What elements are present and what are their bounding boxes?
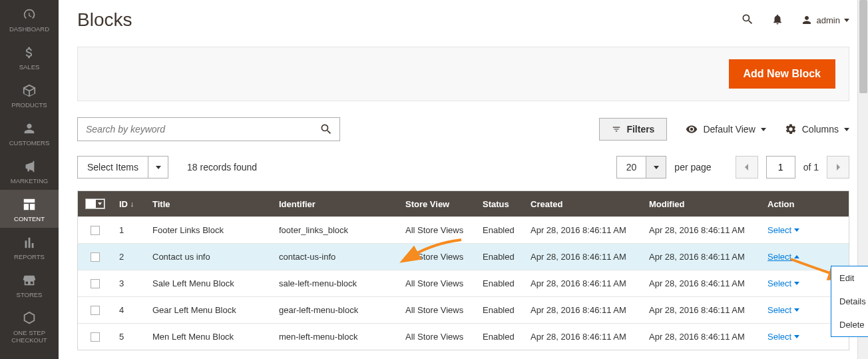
page-number-input[interactable] bbox=[766, 156, 795, 179]
cell-store: All Store Views bbox=[399, 332, 476, 342]
cell-id: 1 bbox=[112, 225, 146, 235]
cell-identifier: gear-left-menu-block bbox=[272, 305, 399, 315]
sidebar-item-marketing[interactable]: MARKETING bbox=[0, 152, 59, 190]
select-items-dropdown[interactable]: Select Items bbox=[77, 156, 168, 179]
sidebar-item-products[interactable]: PRODUCTS bbox=[0, 76, 59, 114]
row-checkbox[interactable] bbox=[78, 306, 112, 315]
row-action-select[interactable]: Select bbox=[761, 278, 827, 288]
chevron-icon bbox=[794, 255, 799, 258]
cell-created: Apr 28, 2016 8:46:11 AM bbox=[524, 252, 642, 262]
column-header-status[interactable]: Status bbox=[476, 199, 524, 209]
chevron-down-icon bbox=[646, 157, 666, 178]
search-input[interactable] bbox=[78, 124, 313, 135]
search-button[interactable] bbox=[313, 118, 339, 141]
chevron-down-icon bbox=[761, 128, 766, 131]
cell-identifier: men-left-menu-block bbox=[272, 332, 399, 342]
per-page-select[interactable]: 20 bbox=[616, 156, 667, 179]
table-row[interactable]: 2Contact us infocontact-us-infoAll Store… bbox=[78, 243, 849, 270]
cell-created: Apr 28, 2016 8:46:11 AM bbox=[524, 225, 642, 235]
sidebar-item-customers[interactable]: CUSTOMERS bbox=[0, 114, 59, 152]
select-all-checkbox[interactable] bbox=[78, 198, 112, 209]
sidebar-item-label: REPORTS bbox=[14, 253, 45, 260]
gear-icon bbox=[785, 123, 797, 135]
columns-control[interactable]: Columns bbox=[785, 123, 849, 135]
table-row[interactable]: 4Gear Left Menu Blockgear-left-menu-bloc… bbox=[78, 296, 849, 323]
chevron-down-icon bbox=[844, 19, 849, 22]
row-action-select[interactable]: Select bbox=[761, 305, 827, 315]
cell-store: All Store Views bbox=[399, 252, 476, 262]
action-menu-item-details[interactable]: Details bbox=[831, 290, 868, 313]
cell-status: Enabled bbox=[476, 278, 524, 288]
cell-created: Apr 28, 2016 8:46:11 AM bbox=[524, 278, 642, 288]
page-title: Blocks bbox=[77, 9, 132, 31]
hex-icon bbox=[22, 310, 37, 326]
chevron-icon bbox=[794, 335, 799, 338]
filters-button[interactable]: Filters bbox=[599, 118, 667, 141]
row-action-select[interactable]: Select bbox=[761, 225, 827, 235]
grid-header-row: ID ↓ Title Identifier Store View Status … bbox=[78, 191, 849, 216]
cell-id: 3 bbox=[112, 278, 146, 288]
admin-account-dropdown[interactable]: admin bbox=[801, 14, 849, 26]
search-box bbox=[77, 117, 340, 141]
sidebar-item-stores[interactable]: STORES bbox=[0, 266, 59, 304]
add-new-block-button[interactable]: Add New Block bbox=[729, 59, 835, 89]
cell-identifier: footer_links_block bbox=[272, 225, 399, 235]
row-checkbox[interactable] bbox=[78, 252, 112, 262]
sidebar-item-one-step-checkout[interactable]: ONE STEP CHECKOUT bbox=[0, 304, 59, 349]
row-checkbox[interactable] bbox=[78, 332, 112, 342]
box-icon bbox=[22, 83, 37, 99]
cell-store: All Store Views bbox=[399, 225, 476, 235]
row-checkbox[interactable] bbox=[78, 279, 112, 288]
sidebar: DASHBOARDSALESPRODUCTSCUSTOMERSMARKETING… bbox=[0, 0, 59, 359]
table-row[interactable]: 5Men Left Menu Blockmen-left-menu-blockA… bbox=[78, 323, 849, 350]
table-row[interactable]: 3Sale Left Menu Blocksale-left-menu-bloc… bbox=[78, 270, 849, 296]
columns-label: Columns bbox=[802, 124, 839, 135]
chevron-icon bbox=[794, 308, 799, 312]
eye-icon bbox=[686, 123, 698, 135]
cell-store: All Store Views bbox=[399, 305, 476, 315]
next-page-button[interactable] bbox=[827, 156, 849, 179]
gauge-icon bbox=[22, 7, 37, 23]
per-page-label: per page bbox=[674, 162, 711, 173]
column-header-created[interactable]: Created bbox=[524, 199, 642, 209]
column-header-id[interactable]: ID ↓ bbox=[112, 199, 146, 209]
row-checkbox[interactable] bbox=[78, 226, 112, 235]
scrollbar-thumb[interactable] bbox=[859, 0, 867, 93]
cell-created: Apr 28, 2016 8:46:11 AM bbox=[524, 305, 642, 315]
table-row[interactable]: 1Footer Links Blockfooter_links_blockAll… bbox=[78, 216, 849, 243]
chevron-icon bbox=[794, 228, 799, 232]
cell-title: Footer Links Block bbox=[146, 225, 272, 235]
prev-page-button[interactable] bbox=[736, 156, 758, 179]
action-menu-item-delete[interactable]: Delete bbox=[831, 313, 868, 336]
layout-icon bbox=[22, 196, 37, 212]
cell-status: Enabled bbox=[476, 252, 524, 262]
column-header-identifier[interactable]: Identifier bbox=[272, 199, 399, 209]
filters-label: Filters bbox=[626, 124, 654, 135]
sidebar-item-sales[interactable]: SALES bbox=[0, 38, 59, 76]
notifications-icon[interactable] bbox=[771, 13, 783, 27]
cell-status: Enabled bbox=[476, 332, 524, 342]
search-icon[interactable] bbox=[741, 13, 754, 28]
sidebar-item-label: DASHBOARD bbox=[9, 25, 49, 33]
column-header-title[interactable]: Title bbox=[146, 199, 272, 209]
sidebar-item-label: SALES bbox=[19, 63, 40, 71]
row-action-select[interactable]: Select bbox=[761, 332, 827, 342]
cell-id: 5 bbox=[112, 332, 146, 342]
chevron-down-icon bbox=[844, 128, 849, 131]
records-found-text: 18 records found bbox=[187, 162, 257, 173]
default-view-control[interactable]: Default View bbox=[686, 123, 765, 135]
column-header-store[interactable]: Store View bbox=[399, 199, 476, 209]
default-view-label: Default View bbox=[703, 124, 755, 135]
cell-identifier: sale-left-menu-block bbox=[272, 278, 399, 288]
action-menu-item-edit[interactable]: Edit bbox=[831, 266, 868, 290]
sidebar-item-dashboard[interactable]: DASHBOARD bbox=[0, 0, 59, 38]
person-icon bbox=[22, 121, 37, 137]
sidebar-item-content[interactable]: CONTENT bbox=[0, 190, 59, 228]
cell-identifier: contact-us-info bbox=[272, 252, 399, 262]
row-action-select[interactable]: Select bbox=[761, 252, 827, 262]
storefront-icon bbox=[22, 272, 37, 288]
main-content: Blocks admin Add New Block bbox=[59, 0, 868, 359]
user-icon bbox=[801, 14, 813, 26]
column-header-modified[interactable]: Modified bbox=[642, 199, 761, 209]
sidebar-item-reports[interactable]: REPORTS bbox=[0, 228, 59, 266]
